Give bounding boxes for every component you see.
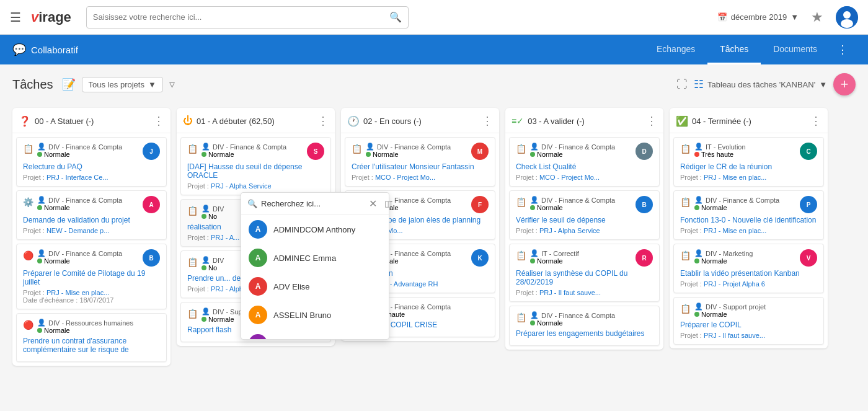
kanban-dropdown[interactable]: ☷ Tableau des tâches 'KANBAN' ▼ <box>694 77 827 91</box>
card-title[interactable]: Créer l'utilisateur Monsieur Fantassin <box>352 162 489 171</box>
project-link[interactable]: PRJ - Projet Alpha 6 <box>704 280 765 288</box>
col-more-1[interactable]: ⋮ <box>317 114 329 128</box>
project-link[interactable]: PRJ - Mise en plac... <box>46 289 109 296</box>
card-type-icon: 📋 <box>187 257 198 267</box>
card-type-icon: 📋 <box>516 312 526 322</box>
fullscreen-icon[interactable]: ⛶ <box>676 78 688 91</box>
date-picker[interactable]: 📅 décembre 2019 ▼ <box>717 12 799 22</box>
table-row[interactable]: 📋 👤 DIV - Support projet Normale Prépare… <box>673 297 824 345</box>
project-link[interactable]: MCO - Project Mo... <box>539 174 600 181</box>
filter-icon[interactable]: ▿ <box>169 77 175 91</box>
card-title[interactable]: Fonction 13-0 - Nouvelle clé identificat… <box>680 216 817 224</box>
col-more-4[interactable]: ⋮ <box>810 114 822 128</box>
tab-taches[interactable]: Tâches <box>707 35 761 64</box>
project-link[interactable]: PRJ - Mise en plac... <box>704 174 766 181</box>
card-title[interactable]: Réaliser la synthèse du COPIL du 28/02/2… <box>516 269 653 286</box>
project-link[interactable]: PRJ - Alpha Service <box>211 182 272 190</box>
list-item[interactable]: A ADV Elise <box>241 272 389 301</box>
table-row[interactable]: 📋 👤 DIV - Finance & Compta Normale P Fon <box>673 190 824 240</box>
hamburger-icon[interactable]: ☰ <box>10 10 21 25</box>
project-link[interactable]: MCO - Project Mo... <box>375 174 435 181</box>
search-input[interactable] <box>93 12 389 22</box>
project-link[interactable]: PRJ - Alpha Service <box>539 227 600 234</box>
dropdown-search-input[interactable] <box>261 199 365 208</box>
top-nav: ☰ virage 🔍 📅 décembre 2019 ▼ ★ <box>0 0 868 35</box>
card-priority: Normale <box>694 311 817 318</box>
priority-label: Normale <box>44 327 70 334</box>
card-type-icon: 📋 <box>23 144 33 154</box>
card-title[interactable]: Préparer les engagements budgétaires <box>516 329 653 338</box>
search-icon: 🔍 <box>389 11 402 23</box>
col-body-4: 📋 👤 IT - Evolution Très haute C Rédiger <box>670 133 828 348</box>
list-item[interactable]: A ASSELIN Bruno <box>241 301 389 329</box>
project-link[interactable]: PRJ - Il faut sauve... <box>539 289 601 296</box>
card-meta: 👤 IT - Evolution Très haute <box>694 143 796 158</box>
dropdown-close-icon[interactable]: ✕ <box>369 198 377 210</box>
search-bar[interactable]: 🔍 <box>86 6 409 29</box>
collaboratif-label: Collaboratif <box>31 45 78 55</box>
avatar: P <box>800 196 817 213</box>
col-more-2[interactable]: ⋮ <box>482 114 493 128</box>
division-text: DIV - Finance & Compta <box>706 197 779 204</box>
list-item[interactable]: A ADMINDCOM Anthony <box>241 215 389 244</box>
card-title[interactable]: Demande de validation du projet <box>23 216 160 224</box>
table-row[interactable]: 🔴 👤 DIV - Ressources humaines Normale Pr… <box>16 313 167 362</box>
table-row[interactable]: 📋 👤 DIV - Finance & Compta Normale D Che <box>509 137 660 187</box>
project-link[interactable]: NEW - Demande p... <box>46 227 109 234</box>
division-icon: 👤 <box>202 256 210 264</box>
card-title[interactable]: Prendre un contrat d'assurance complémen… <box>23 337 160 354</box>
add-button[interactable]: + <box>833 73 856 95</box>
priority-label: Normale <box>373 151 399 158</box>
card-type-icon: 📋 <box>352 144 362 154</box>
project-link[interactable]: PRJ - Interface Ce... <box>46 174 108 181</box>
card-title[interactable]: Relecture du PAQ <box>23 162 160 171</box>
tab-echanges[interactable]: Echanges <box>644 35 707 64</box>
col-more-0[interactable]: ⋮ <box>153 114 164 128</box>
col-more-3[interactable]: ⋮ <box>646 114 657 128</box>
tab-more-icon[interactable]: ⋮ <box>830 43 856 56</box>
table-row[interactable]: 📋 👤 DIV - Finance & Compta Normale B Vér <box>509 190 660 240</box>
table-row[interactable]: 📋 👤 DIV - Marketing Normale V Etablir la <box>673 244 824 293</box>
priority-dot <box>530 152 535 157</box>
card-division: 👤 DIV - Finance & Compta <box>530 311 653 319</box>
col-icon-3: ≡✓ <box>512 116 524 126</box>
blue-bar-title: 💬 Collaboratif <box>12 43 78 56</box>
table-row[interactable]: 📋 👤 IT - Evolution Très haute C Rédiger <box>673 137 824 187</box>
project-link[interactable]: PRJ - Il faut sauve... <box>704 332 765 339</box>
card-title[interactable]: Etablir la vidéo présentation Kanban <box>680 269 817 278</box>
dropdown-grid-icon[interactable]: ◫ <box>384 199 392 208</box>
card-priority: Normale <box>530 151 632 158</box>
avatar[interactable] <box>836 6 858 29</box>
col-header-1: ⏻ 01 - A débuter (62,50) ⋮ <box>177 108 335 133</box>
project-link[interactable]: PRJ - Mise en plac... <box>704 227 766 234</box>
star-icon[interactable]: ★ <box>811 9 823 25</box>
table-row[interactable]: 🔴 👤 DIV - Finance & Compta Normale B Pré <box>16 244 167 309</box>
table-row[interactable]: 📋 👤 DIV - Finance & Compta Normale S [DA <box>180 137 331 195</box>
card-project: Projet : PRJ - Il faut sauve... <box>680 332 817 339</box>
card-title[interactable]: Préparer le COPIL <box>680 320 817 329</box>
priority-label: Très haute <box>701 151 733 158</box>
list-item[interactable]: A ADMINEC Emma <box>241 244 389 272</box>
card-title[interactable]: Rédiger le CR de la réunion <box>680 162 817 171</box>
user-picker-dropdown[interactable]: 🔍 ✕ ◫ A ADMINDCOM Anthony A ADMINEC Emma… <box>241 192 389 340</box>
table-row[interactable]: 📋 👤 DIV - Finance & Compta Normale Prépa… <box>509 306 660 346</box>
division-text: DIV - Finance & Compta <box>48 197 122 204</box>
card-title[interactable]: [DAF] Hausse du seuil de dépense ORACLE <box>187 162 324 180</box>
priority-label: Normale <box>208 151 234 158</box>
priority-label: Normale <box>537 151 563 158</box>
card-title[interactable]: Préparer le Comité de Pilotage du 19 jui… <box>23 269 160 286</box>
blue-bar-tabs: Echanges Tâches Documents ⋮ <box>644 35 856 64</box>
project-dropdown[interactable]: Tous les projets ▼ <box>82 77 163 92</box>
card-title[interactable]: Check List Qualité <box>516 162 653 171</box>
division-icon: 👤 <box>366 143 374 151</box>
project-link[interactable]: PRJ - A... <box>211 234 239 241</box>
table-row[interactable]: 📋 👤 DIV - Finance & Compta Normale J Rel <box>16 137 167 187</box>
table-row[interactable]: 📋 👤 IT - Correctif Normale R Réaliser la <box>509 244 660 302</box>
table-row[interactable]: 📋 👤 DIV - Finance & Compta Normale M Cré <box>345 137 495 187</box>
col-icon-2: 🕐 <box>347 115 360 127</box>
table-row[interactable]: ⚙️ 👤 DIV - Finance & Compta Normale A De… <box>16 190 167 240</box>
list-item[interactable]: B BENGHANEM Nada <box>241 329 389 339</box>
tab-documents[interactable]: Documents <box>761 35 830 64</box>
card-division: 👤 DIV - Support projet <box>694 303 817 311</box>
card-title[interactable]: Vérifier le seuil de dépense <box>516 216 653 224</box>
